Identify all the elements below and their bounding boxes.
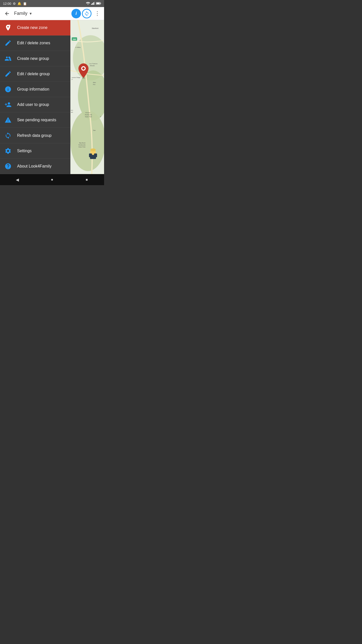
svg-text:San: San	[93, 130, 96, 131]
svg-text:ero: ero	[71, 109, 73, 111]
svg-point-0	[88, 4, 88, 5]
sidebar-item-create-group[interactable]: Create new group	[0, 51, 70, 66]
notification-icon: 🔔	[17, 2, 21, 6]
main-content: + Create new zone Edit / delete zones	[0, 20, 104, 174]
sidebar-menu: + Create new zone Edit / delete zones	[0, 20, 70, 174]
nav-recent-icon: ■	[86, 178, 88, 182]
zone-add-icon: +	[4, 24, 12, 31]
svg-text:Pre: Pre	[93, 84, 96, 85]
edit-icon	[4, 39, 12, 47]
refresh-data-icon	[4, 132, 12, 139]
sidebar-label-pending: See pending requests	[17, 118, 56, 122]
group-info-icon	[4, 86, 12, 93]
sidebar-item-group-info[interactable]: Group information	[0, 82, 70, 97]
sidebar-item-pending[interactable]: See pending requests	[0, 112, 70, 128]
svg-rect-40	[89, 153, 92, 157]
svg-rect-7	[101, 3, 101, 4]
status-left: 12:00 ⚙ 🔔 📋	[3, 2, 27, 6]
svg-rect-2	[92, 3, 93, 5]
chevron-down-icon: ▼	[29, 12, 32, 16]
sidebar-label-group-info: Group information	[17, 87, 49, 92]
refresh-button[interactable]	[82, 9, 92, 18]
svg-text:Big Basin: Big Basin	[79, 142, 85, 144]
signal-icon	[91, 2, 95, 6]
svg-point-13	[70, 111, 104, 171]
status-right	[86, 2, 101, 6]
sidebar-item-edit-group[interactable]: Edit / delete group	[0, 66, 70, 82]
sidebar-item-about[interactable]: About Look4Family	[0, 159, 70, 174]
svg-text:280: 280	[73, 38, 76, 41]
nav-recent-button[interactable]: ■	[81, 174, 92, 185]
clipboard-icon: 📋	[23, 2, 27, 6]
sidebar-label-about: About Look4Family	[17, 164, 52, 169]
sidebar-label-create-group: Create new group	[17, 56, 49, 61]
back-button[interactable]	[2, 9, 12, 19]
svg-text:Mon: Mon	[93, 82, 96, 83]
sidebar-label-refresh: Refresh data group	[17, 133, 52, 138]
map-view[interactable]: 280 Stanford a Valley Los Trancos Woods …	[70, 20, 104, 174]
svg-text:ussian Ridge: ussian Ridge	[72, 77, 80, 78]
svg-text:Redwoods: Redwoods	[85, 114, 92, 115]
info-icon: i	[75, 11, 77, 16]
svg-text:ark: ark	[71, 111, 73, 113]
svg-rect-6	[97, 3, 100, 4]
group-selector[interactable]: Family ▼	[14, 11, 69, 16]
settings-icon: ⚙	[13, 2, 16, 6]
svg-text:State Park: State Park	[85, 116, 92, 117]
warning-icon	[4, 116, 12, 124]
svg-rect-41	[94, 153, 97, 157]
svg-text:Portola: Portola	[85, 112, 90, 113]
nav-home-icon: ●	[51, 177, 53, 182]
more-options-button[interactable]: ⋮	[93, 9, 102, 18]
sidebar-label-settings: Settings	[17, 149, 32, 153]
svg-rect-1	[91, 4, 92, 5]
more-icon: ⋮	[95, 10, 100, 17]
sidebar-label-add-user: Add user to group	[17, 102, 49, 107]
group-title: Family	[14, 11, 27, 16]
toolbar-icons: i ⋮	[71, 9, 102, 18]
sidebar-item-edit-zones[interactable]: Edit / delete zones	[0, 35, 70, 51]
battery-icon	[96, 2, 101, 6]
help-icon	[4, 163, 12, 170]
svg-text:Woods: Woods	[90, 65, 95, 66]
svg-text:+: +	[9, 25, 10, 26]
toolbar: Family ▼ i ⋮	[0, 7, 104, 20]
svg-text:Los Trancos: Los Trancos	[89, 63, 98, 64]
svg-text:Stanford: Stanford	[92, 27, 99, 29]
bottom-navigation: ◀ ● ■	[0, 174, 104, 185]
sidebar-label-create-zone: Create new zone	[17, 25, 48, 30]
info-button[interactable]: i	[71, 9, 81, 18]
sidebar-item-add-user[interactable]: Add user to group	[0, 97, 70, 112]
svg-text:Redwoods: Redwoods	[78, 144, 85, 146]
svg-rect-3	[93, 2, 94, 5]
group-add-icon	[4, 55, 12, 62]
svg-rect-4	[94, 2, 95, 5]
sidebar-item-refresh[interactable]: Refresh data group	[0, 128, 70, 143]
settings-menu-icon	[4, 147, 12, 154]
svg-text:State Park: State Park	[78, 146, 86, 148]
nav-back-button[interactable]: ◀	[12, 174, 23, 185]
nav-home-button[interactable]: ●	[47, 174, 58, 185]
wifi-icon	[86, 2, 90, 6]
status-bar: 12:00 ⚙ 🔔 📋	[0, 0, 104, 7]
svg-point-36	[82, 67, 85, 70]
edit-group-icon	[4, 70, 12, 77]
nav-back-icon: ◀	[16, 177, 19, 182]
svg-text:a Valley: a Valley	[75, 47, 81, 48]
status-time: 12:00	[3, 2, 11, 6]
sidebar-label-edit-group: Edit / delete group	[17, 72, 50, 76]
sidebar-item-settings[interactable]: Settings	[0, 143, 70, 159]
svg-point-39	[90, 148, 96, 151]
user-add-icon	[4, 101, 12, 108]
svg-text:P: P	[72, 79, 73, 80]
sidebar-label-edit-zones: Edit / delete zones	[17, 41, 50, 45]
sidebar-item-create-zone[interactable]: + Create new zone	[0, 20, 70, 35]
